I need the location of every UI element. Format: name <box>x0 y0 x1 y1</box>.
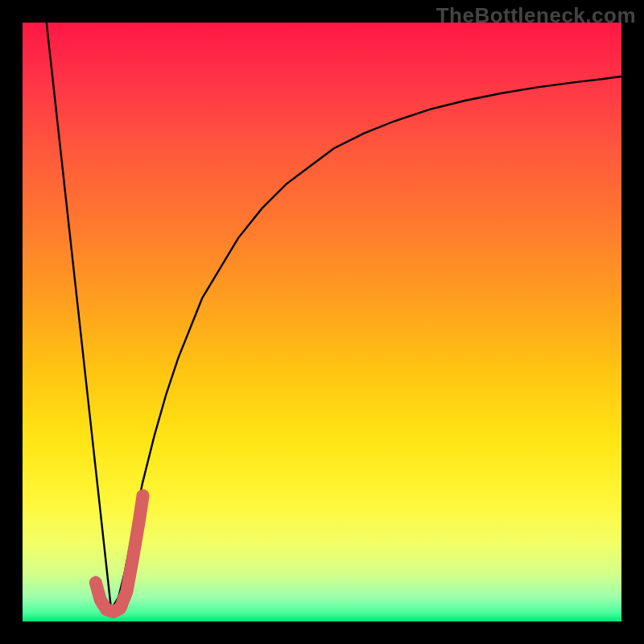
plot-area <box>23 23 621 621</box>
series-curve-main <box>111 76 621 609</box>
chart-frame: TheBottleneck.com <box>0 0 644 644</box>
curve-layer <box>23 23 621 621</box>
series-line-left <box>47 23 111 609</box>
series-hook-accent <box>96 496 143 612</box>
